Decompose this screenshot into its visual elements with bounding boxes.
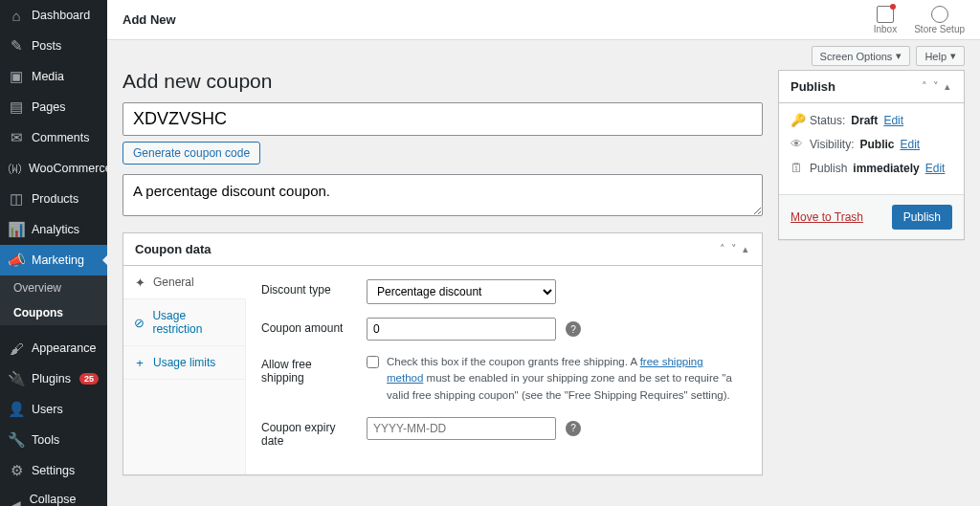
tab-usage-limits[interactable]: +Usage limits xyxy=(123,346,245,380)
sidebar-item-label: Appearance xyxy=(32,341,96,355)
sidebar-item-pages[interactable]: ▤Pages xyxy=(0,92,107,122)
sidebar-item-comments[interactable]: ✉Comments xyxy=(0,122,107,153)
help-icon[interactable]: ? xyxy=(566,321,581,337)
topbar-title: Add New xyxy=(122,12,176,27)
plugins-badge: 25 xyxy=(79,373,99,385)
coupon-amount-label: Coupon amount xyxy=(261,318,357,335)
generate-coupon-button[interactable]: Generate coupon code xyxy=(122,142,260,165)
panel-toggle-icon[interactable]: ▴ xyxy=(741,241,750,257)
sidebar-item-analytics[interactable]: 📊Analytics xyxy=(0,214,107,245)
tab-label: Usage limits xyxy=(153,356,215,369)
edit-status-link[interactable]: Edit xyxy=(883,114,903,127)
sidebar-item-settings[interactable]: ⚙Settings xyxy=(0,455,107,486)
sidebar-item-media[interactable]: ▣Media xyxy=(0,61,107,92)
page-icon: ▤ xyxy=(8,99,25,116)
coupon-data-panel: Coupon data ˄ ˅ ▴ ✦General ⊘Usage restri… xyxy=(122,232,763,475)
settings-icon: ⚙ xyxy=(8,462,25,479)
comment-icon: ✉ xyxy=(8,129,25,146)
sidebar-item-label: Collapse menu xyxy=(30,493,100,506)
sidebar-item-plugins[interactable]: 🔌Plugins25 xyxy=(0,363,107,394)
help-icon[interactable]: ? xyxy=(566,421,581,436)
dashboard-icon: ⌂ xyxy=(8,7,25,24)
edit-schedule-link[interactable]: Edit xyxy=(925,162,946,175)
sidebar-item-woocommerce[interactable]: 🄦WooCommerce xyxy=(0,153,107,184)
tools-icon: 🔧 xyxy=(8,431,25,449)
expiry-date-input[interactable] xyxy=(367,417,556,440)
help-button[interactable]: Help▾ xyxy=(916,46,965,66)
sidebar-item-posts[interactable]: ✎Posts xyxy=(0,31,107,61)
opt-label: Screen Options xyxy=(820,51,893,62)
sidebar-item-label: Tools xyxy=(32,433,59,447)
status-value: Draft xyxy=(851,114,878,127)
coupon-tabs: ✦General ⊘Usage restriction +Usage limit… xyxy=(123,266,246,474)
panel-toggle-icon[interactable]: ▴ xyxy=(943,78,952,95)
sidebar-item-dashboard[interactable]: ⌂Dashboard xyxy=(0,0,107,31)
sidebar-item-marketing[interactable]: 📣Marketing xyxy=(0,245,107,275)
edit-visibility-link[interactable]: Edit xyxy=(900,138,920,151)
media-icon: ▣ xyxy=(8,68,25,85)
sidebar-item-products[interactable]: ◫Products xyxy=(0,184,107,214)
order-down-icon[interactable]: ˅ xyxy=(729,241,739,257)
coupon-description-textarea[interactable]: A percentage discount coupon. xyxy=(122,174,763,216)
screen-options-button[interactable]: Screen Options▾ xyxy=(812,46,911,66)
topbar-btn-label: Store Setup xyxy=(914,24,965,34)
sidebar-sub-overview[interactable]: Overview xyxy=(0,275,107,300)
discount-type-select[interactable]: Percentage discount xyxy=(367,279,556,304)
sidebar-item-label: Products xyxy=(32,192,78,206)
move-to-trash-link[interactable]: Move to Trash xyxy=(791,210,863,224)
circle-icon xyxy=(931,6,948,23)
eye-icon: 👁 xyxy=(791,137,804,151)
inbox-icon xyxy=(877,6,894,23)
products-icon: ◫ xyxy=(8,190,25,208)
publish-panel: Publish ˄ ˅ ▴ 🔑 Status: Draft Edit xyxy=(778,70,965,240)
main-area: Add New Inbox Store Setup Screen Options… xyxy=(107,0,980,506)
users-icon: 👤 xyxy=(8,401,25,418)
schedule-value: immediately xyxy=(853,162,919,175)
pin-icon: ✎ xyxy=(8,37,25,55)
schedule-label: Publish xyxy=(810,162,847,175)
sidebar-item-appearance[interactable]: 🖌Appearance xyxy=(0,333,107,363)
wrench-icon: ✦ xyxy=(133,275,146,289)
visibility-label: Visibility: xyxy=(810,138,854,151)
sidebar-sub-coupons[interactable]: Coupons xyxy=(0,300,107,325)
sidebar-item-label: Marketing xyxy=(32,253,84,267)
tab-general[interactable]: ✦General xyxy=(123,266,246,299)
sidebar-item-tools[interactable]: 🔧Tools xyxy=(0,425,107,455)
sidebar-item-users[interactable]: 👤Users xyxy=(0,394,107,425)
expiry-date-label: Coupon expiry date xyxy=(261,417,357,448)
appearance-icon: 🖌 xyxy=(8,340,25,357)
sidebar-item-label: WooCommerce xyxy=(29,162,107,175)
calendar-icon: 🗓 xyxy=(791,161,804,175)
opt-label: Help xyxy=(924,51,947,62)
analytics-icon: 📊 xyxy=(8,221,25,238)
coupon-data-title: Coupon data xyxy=(135,242,211,256)
sidebar-item-label: Settings xyxy=(32,464,75,477)
tab-label: General xyxy=(153,275,194,289)
sidebar-item-label: Pages xyxy=(32,100,65,114)
publish-button[interactable]: Publish xyxy=(892,205,952,230)
collapse-icon: ◀ xyxy=(8,497,23,506)
free-shipping-label: Allow free shipping xyxy=(261,354,357,385)
plugins-icon: 🔌 xyxy=(8,370,25,387)
order-up-icon[interactable]: ˄ xyxy=(718,241,727,257)
coupon-amount-input[interactable] xyxy=(367,318,556,341)
order-up-icon[interactable]: ˄ xyxy=(920,78,929,95)
publish-title: Publish xyxy=(791,79,835,94)
tab-usage-restriction[interactable]: ⊘Usage restriction xyxy=(123,299,245,346)
coupon-code-input[interactable] xyxy=(122,102,763,136)
status-label: Status: xyxy=(810,114,845,127)
marketing-icon: 📣 xyxy=(8,252,25,269)
topbar: Add New Inbox Store Setup xyxy=(107,0,980,40)
sidebar-item-label: Users xyxy=(32,403,63,416)
sidebar-item-label: Plugins xyxy=(32,372,71,385)
free-shipping-checkbox[interactable] xyxy=(367,356,379,368)
order-down-icon[interactable]: ˅ xyxy=(931,78,941,95)
page-title: Add new coupon xyxy=(122,70,763,93)
limits-icon: + xyxy=(133,356,146,369)
chevron-down-icon: ▾ xyxy=(896,50,902,62)
store-setup-button[interactable]: Store Setup xyxy=(914,6,965,34)
chevron-down-icon: ▾ xyxy=(950,50,956,62)
restriction-icon: ⊘ xyxy=(133,316,145,329)
sidebar-item-collapse[interactable]: ◀Collapse menu xyxy=(0,486,107,506)
inbox-button[interactable]: Inbox xyxy=(874,6,897,34)
